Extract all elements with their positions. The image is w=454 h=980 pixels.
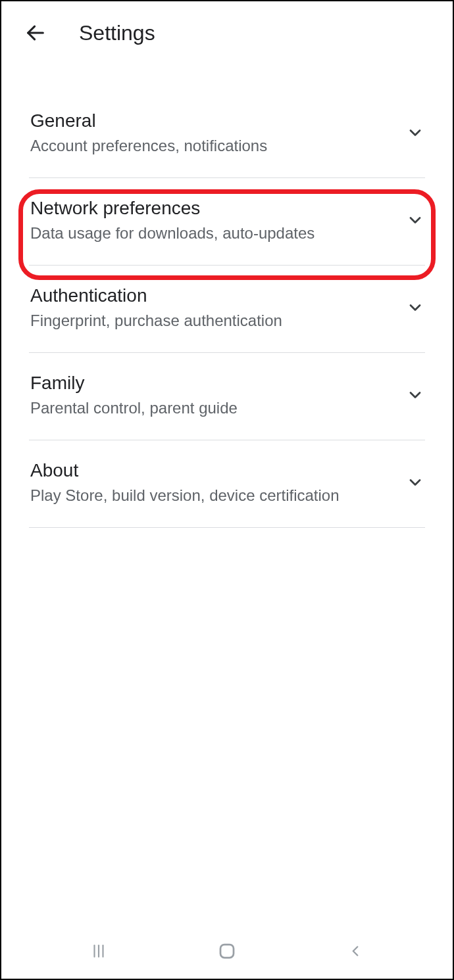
item-subtitle: Play Store, build version, device certif…: [30, 486, 397, 505]
chevron-down-icon: [405, 473, 425, 492]
settings-list: General Account preferences, notificatio…: [29, 91, 425, 528]
item-title: General: [30, 110, 397, 131]
nav-home-button[interactable]: [214, 938, 240, 964]
back-button[interactable]: [21, 18, 50, 47]
item-subtitle: Data usage for downloads, auto-updates: [30, 224, 397, 243]
nav-back-button[interactable]: [342, 938, 368, 964]
item-text: Family Parental control, parent guide: [30, 373, 397, 417]
settings-item-family[interactable]: Family Parental control, parent guide: [29, 353, 425, 440]
settings-item-about[interactable]: About Play Store, build version, device …: [29, 440, 425, 528]
nav-recent-button[interactable]: [86, 938, 112, 964]
chevron-down-icon: [405, 298, 425, 317]
item-title: Family: [30, 373, 397, 394]
settings-item-authentication[interactable]: Authentication Fingerprint, purchase aut…: [29, 266, 425, 353]
item-subtitle: Parental control, parent guide: [30, 399, 397, 417]
item-title: Authentication: [30, 285, 397, 306]
item-subtitle: Fingerprint, purchase authentication: [30, 312, 397, 330]
item-subtitle: Account preferences, notifications: [30, 137, 397, 155]
item-text: Network preferences Data usage for downl…: [30, 198, 397, 243]
recent-apps-icon: [90, 943, 107, 960]
item-title: About: [30, 460, 397, 481]
app-header: Settings: [1, 1, 453, 64]
svg-rect-4: [220, 945, 234, 958]
chevron-down-icon: [405, 210, 425, 230]
page-title: Settings: [79, 21, 155, 45]
settings-content: General Account preferences, notificatio…: [1, 64, 453, 528]
system-navbar: [1, 927, 453, 979]
item-text: General Account preferences, notificatio…: [30, 110, 397, 155]
item-text: Authentication Fingerprint, purchase aut…: [30, 285, 397, 330]
arrow-left-icon: [24, 22, 47, 44]
chevron-down-icon: [405, 123, 425, 143]
item-title: Network preferences: [30, 198, 397, 219]
settings-item-network-preferences[interactable]: Network preferences Data usage for downl…: [29, 178, 425, 266]
settings-item-general[interactable]: General Account preferences, notificatio…: [29, 91, 425, 178]
home-icon: [217, 941, 237, 961]
item-text: About Play Store, build version, device …: [30, 460, 397, 505]
back-icon: [347, 943, 364, 960]
chevron-down-icon: [405, 385, 425, 405]
